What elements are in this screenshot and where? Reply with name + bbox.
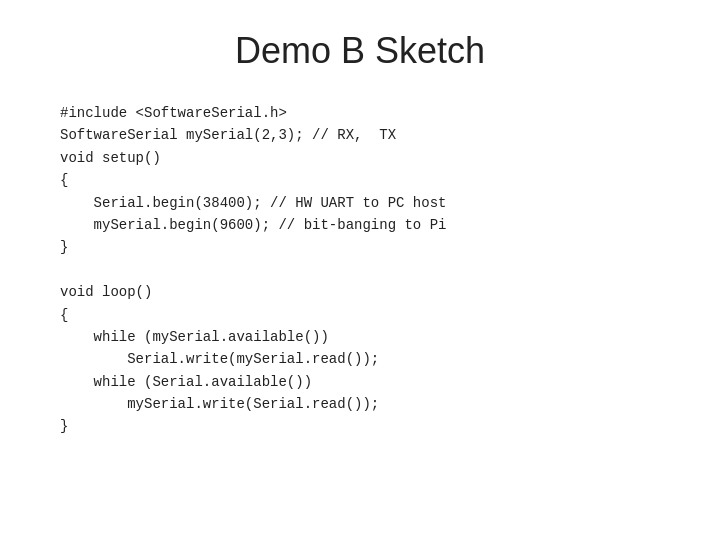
page-container: Demo B Sketch #include <SoftwareSerial.h… <box>0 0 720 540</box>
code-block: #include <SoftwareSerial.h> SoftwareSeri… <box>50 102 670 438</box>
page-title: Demo B Sketch <box>235 30 485 72</box>
